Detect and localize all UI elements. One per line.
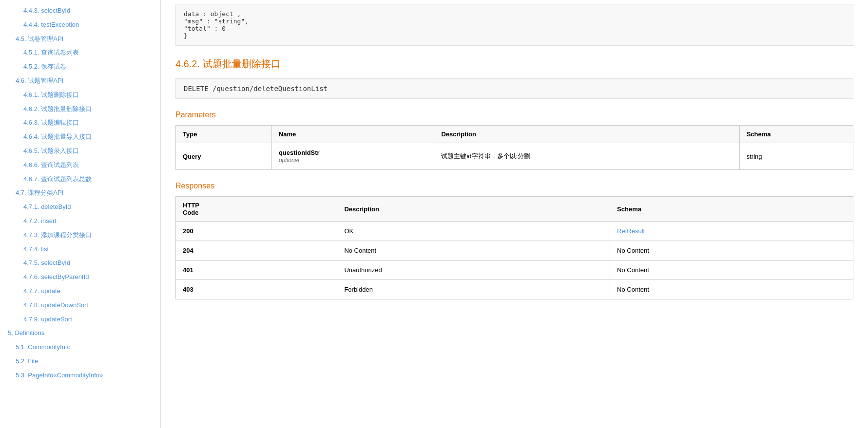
sidebar-item-4-4-4[interactable]: 4.4.4. testException (0, 18, 160, 32)
resp-schema: No Content (610, 241, 853, 261)
sidebar-item-4-7-2[interactable]: 4.7.2. insert (0, 214, 160, 228)
response-row: 403 Forbidden No Content (176, 280, 853, 299)
resp-col-description: Description (337, 197, 610, 222)
sidebar-item-4-7-7[interactable]: 4.7.7. update (0, 284, 160, 298)
param-description: 试题主键id字符串，多个以;分割 (434, 143, 739, 170)
resp-schema: RetResult (610, 222, 853, 241)
param-optional: optional (279, 157, 299, 164)
col-schema: Schema (739, 126, 853, 143)
schema-value: No Content (617, 266, 649, 274)
sidebar-item-5-1[interactable]: 5.1. CommodityInfo (0, 340, 160, 354)
sidebar-item-4-5-1[interactable]: 4.5.1. 查询试卷列表 (0, 46, 160, 60)
sidebar-item-4-6-2[interactable]: 4.6.2. 试题批量删除接口 (0, 102, 160, 116)
col-type: Type (176, 126, 272, 143)
resp-schema: No Content (610, 280, 853, 299)
sidebar-item-4-6-1[interactable]: 4.6.1. 试题删除接口 (0, 88, 160, 102)
schema-link[interactable]: RetResult (617, 227, 645, 235)
sidebar: 4.4.3. selectById4.4.4. testException4.5… (0, 0, 161, 428)
sidebar-item-4-6-7[interactable]: 4.6.7. 查询试题列表总数 (0, 172, 160, 186)
endpoint-box: DELETE /question/deleteQuestionList (175, 78, 853, 99)
resp-description: No Content (337, 241, 610, 261)
sidebar-item-4-7-1[interactable]: 4.7.1. deleteById (0, 200, 160, 214)
sidebar-item-5-3[interactable]: 5.3. PageInfo«CommodityInfo» (0, 369, 160, 383)
col-description: Description (434, 126, 739, 143)
main-content: data : object , "msg" : "string", "total… (161, 0, 868, 428)
parameters-heading: Parameters (175, 111, 853, 119)
col-name: Name (271, 126, 434, 143)
sidebar-item-5-2[interactable]: 5.2. File (0, 354, 160, 369)
schema-value: No Content (617, 286, 649, 293)
sidebar-item-4-6-3[interactable]: 4.6.3. 试题编辑接口 (0, 116, 160, 130)
param-type: Query (176, 143, 272, 170)
code-line-4: } (184, 32, 845, 39)
resp-description: Unauthorized (337, 261, 610, 280)
sidebar-item-4-7-9[interactable]: 4.7.9. updateSort (0, 313, 160, 327)
resp-col-code: HTTPCode (176, 197, 337, 222)
code-line-2: "msg" : "string", (184, 18, 845, 25)
code-line-3: "total" : 0 (184, 25, 845, 32)
resp-schema: No Content (610, 261, 853, 280)
sidebar-item-4-5-2[interactable]: 4.5.2. 保存试卷 (0, 60, 160, 74)
resp-code: 401 (176, 261, 337, 280)
sidebar-item-4-7-4[interactable]: 4.7.4. list (0, 242, 160, 257)
resp-description: Forbidden (337, 280, 610, 299)
schema-value: No Content (617, 247, 649, 254)
parameters-table: Type Name Description Schema Query quest… (175, 125, 853, 170)
sidebar-item-4-6-5[interactable]: 4.6.5. 试题录入接口 (0, 144, 160, 158)
resp-description: OK (337, 222, 610, 241)
section-heading: 4.6.2. 试题批量删除接口 (175, 57, 853, 71)
resp-code: 200 (176, 222, 337, 241)
response-row: 204 No Content No Content (176, 241, 853, 261)
responses-heading: Responses (175, 182, 853, 190)
sidebar-item-4-7[interactable]: 4.7. 课程分类API (0, 186, 160, 200)
param-schema: string (739, 143, 853, 170)
response-row: 401 Unauthorized No Content (176, 261, 853, 280)
code-line-1: data : object , (184, 10, 845, 18)
params-row: Query questionIdStr optional 试题主键id字符串，多… (176, 143, 853, 170)
top-code-block: data : object , "msg" : "string", "total… (175, 4, 853, 46)
sidebar-item-4-7-6[interactable]: 4.7.6. selectByParentId (0, 270, 160, 284)
sidebar-item-4-7-8[interactable]: 4.7.8. updateDownSort (0, 298, 160, 313)
sidebar-item-5[interactable]: 5. Definitions (0, 326, 160, 340)
param-name: questionIdStr (279, 149, 427, 156)
sidebar-item-4-4-3[interactable]: 4.4.3. selectById (0, 4, 160, 18)
resp-code: 403 (176, 280, 337, 299)
sidebar-item-4-6-6[interactable]: 4.6.6. 查询试题列表 (0, 158, 160, 172)
resp-col-schema: Schema (610, 197, 853, 222)
sidebar-item-4-6[interactable]: 4.6. 试题管理API (0, 74, 160, 88)
sidebar-item-4-7-5[interactable]: 4.7.5. selectById (0, 256, 160, 270)
sidebar-item-4-6-4[interactable]: 4.6.4. 试题批量导入接口 (0, 130, 160, 144)
sidebar-item-4-5[interactable]: 4.5. 试卷管理API (0, 32, 160, 46)
resp-code: 204 (176, 241, 337, 261)
sidebar-item-4-7-3[interactable]: 4.7.3. 添加课程分类接口 (0, 228, 160, 242)
response-row: 200 OK RetResult (176, 222, 853, 241)
responses-table: HTTPCode Description Schema 200 OK RetRe… (175, 196, 853, 299)
param-name-cell: questionIdStr optional (271, 143, 434, 170)
